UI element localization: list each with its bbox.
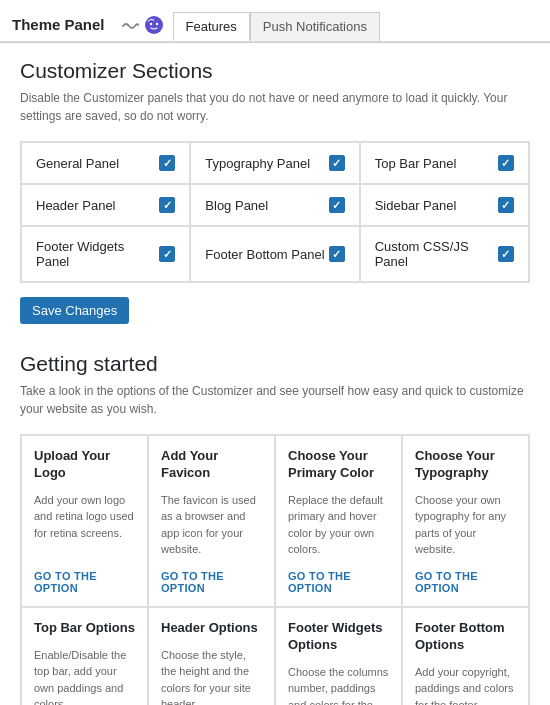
option-link-typography[interactable]: GO TO THE OPTION bbox=[415, 570, 516, 594]
panel-item-footer-bottom: Footer Bottom Panel bbox=[190, 226, 359, 282]
option-link-upload-logo[interactable]: GO TO THE OPTION bbox=[34, 570, 135, 594]
option-desc-footer-bottom-options: Add your copyright, paddings and colors … bbox=[415, 664, 516, 705]
checkbox-sidebar[interactable] bbox=[498, 197, 514, 213]
checkbox-topbar[interactable] bbox=[498, 155, 514, 171]
panel-item-custom-css: Custom CSS/JS Panel bbox=[360, 226, 529, 282]
option-card-upload-logo: Upload Your Logo Add your own logo and r… bbox=[21, 435, 148, 607]
panel-label-footer-widgets: Footer Widgets Panel bbox=[36, 239, 159, 269]
checkbox-general[interactable] bbox=[159, 155, 175, 171]
option-card-add-favicon: Add Your Favicon The favicon is used as … bbox=[148, 435, 275, 607]
svg-point-1 bbox=[149, 22, 151, 24]
checkbox-custom-css[interactable] bbox=[498, 246, 514, 262]
panel-item-typography: Typography Panel bbox=[190, 142, 359, 184]
option-desc-typography: Choose your own typography for any parts… bbox=[415, 492, 516, 558]
getting-started-desc: Take a look in the options of the Custom… bbox=[20, 382, 530, 418]
panel-label-typography: Typography Panel bbox=[205, 156, 310, 171]
option-title-footer-widgets-options: Footer Widgets Options bbox=[288, 620, 389, 654]
checkbox-typography[interactable] bbox=[329, 155, 345, 171]
panel-item-topbar: Top Bar Panel bbox=[360, 142, 529, 184]
panel-item-header: Header Panel bbox=[21, 184, 190, 226]
option-title-typography: Choose Your Typography bbox=[415, 448, 516, 482]
option-card-footer-widgets-options: Footer Widgets Options Choose the column… bbox=[275, 607, 402, 705]
wave-icon bbox=[121, 16, 139, 34]
panel-item-general: General Panel bbox=[21, 142, 190, 184]
panel-label-custom-css: Custom CSS/JS Panel bbox=[375, 239, 498, 269]
svg-point-2 bbox=[155, 22, 157, 24]
option-card-header-options: Header Options Choose the style, the hei… bbox=[148, 607, 275, 705]
option-desc-footer-widgets-options: Choose the columns number, paddings and … bbox=[288, 664, 389, 705]
panel-label-footer-bottom: Footer Bottom Panel bbox=[205, 247, 324, 262]
face-icon bbox=[143, 14, 165, 36]
panel-item-sidebar: Sidebar Panel bbox=[360, 184, 529, 226]
option-desc-topbar-options: Enable/Disable the top bar, add your own… bbox=[34, 647, 135, 705]
getting-started-section: Getting started Take a look in the optio… bbox=[20, 352, 530, 705]
header-icons bbox=[121, 14, 165, 36]
main-content: Customizer Sections Disable the Customiz… bbox=[0, 42, 550, 705]
getting-started-title: Getting started bbox=[20, 352, 530, 376]
panel-label-topbar: Top Bar Panel bbox=[375, 156, 457, 171]
checkbox-blog[interactable] bbox=[329, 197, 345, 213]
header-title: Theme Panel bbox=[12, 16, 105, 33]
option-title-header-options: Header Options bbox=[161, 620, 262, 637]
panel-item-blog: Blog Panel bbox=[190, 184, 359, 226]
panel-label-header: Header Panel bbox=[36, 198, 116, 213]
option-title-upload-logo: Upload Your Logo bbox=[34, 448, 135, 482]
option-title-topbar-options: Top Bar Options bbox=[34, 620, 135, 637]
tabs: Features Push Notifications bbox=[173, 12, 380, 41]
option-card-footer-bottom-options: Footer Bottom Options Add your copyright… bbox=[402, 607, 529, 705]
option-title-footer-bottom-options: Footer Bottom Options bbox=[415, 620, 516, 654]
option-desc-header-options: Choose the style, the height and the col… bbox=[161, 647, 262, 705]
customizer-section-desc: Disable the Customizer panels that you d… bbox=[20, 89, 530, 125]
svg-point-0 bbox=[145, 16, 163, 34]
option-card-primary-color: Choose Your Primary Color Replace the de… bbox=[275, 435, 402, 607]
panel-label-blog: Blog Panel bbox=[205, 198, 268, 213]
header-bar: Theme Panel Features Push Notifications bbox=[0, 0, 550, 42]
option-desc-upload-logo: Add your own logo and retina logo used f… bbox=[34, 492, 135, 558]
checkbox-footer-bottom[interactable] bbox=[329, 246, 345, 262]
option-card-typography: Choose Your Typography Choose your own t… bbox=[402, 435, 529, 607]
panel-label-sidebar: Sidebar Panel bbox=[375, 198, 457, 213]
customizer-section-title: Customizer Sections bbox=[20, 59, 530, 83]
option-card-topbar-options: Top Bar Options Enable/Disable the top b… bbox=[21, 607, 148, 705]
panel-label-general: General Panel bbox=[36, 156, 119, 171]
option-desc-primary-color: Replace the default primary and hover co… bbox=[288, 492, 389, 558]
option-link-add-favicon[interactable]: GO TO THE OPTION bbox=[161, 570, 262, 594]
checkbox-header[interactable] bbox=[159, 197, 175, 213]
panels-grid: General Panel Typography Panel Top Bar P… bbox=[20, 141, 530, 283]
panel-item-footer-widgets: Footer Widgets Panel bbox=[21, 226, 190, 282]
checkbox-footer-widgets[interactable] bbox=[159, 246, 175, 262]
option-title-add-favicon: Add Your Favicon bbox=[161, 448, 262, 482]
option-title-primary-color: Choose Your Primary Color bbox=[288, 448, 389, 482]
options-grid: Upload Your Logo Add your own logo and r… bbox=[20, 434, 530, 705]
tab-features[interactable]: Features bbox=[173, 12, 250, 41]
option-link-primary-color[interactable]: GO TO THE OPTION bbox=[288, 570, 389, 594]
tab-push-notifications[interactable]: Push Notifications bbox=[250, 12, 380, 41]
save-changes-button[interactable]: Save Changes bbox=[20, 297, 129, 324]
option-desc-add-favicon: The favicon is used as a browser and app… bbox=[161, 492, 262, 558]
